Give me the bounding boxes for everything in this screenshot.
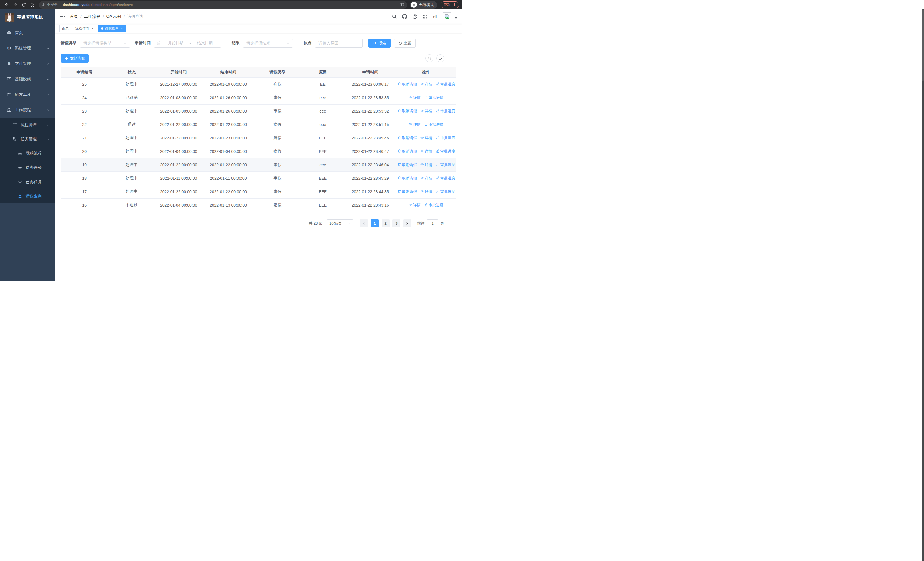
cell-reason: EE	[301, 77, 345, 91]
sidebar-item-leave-query[interactable]: 请假查询	[0, 189, 55, 203]
header-search-button[interactable]	[392, 14, 397, 19]
progress-action-link[interactable]: 审批进度	[436, 108, 455, 114]
gear-icon: ⚙	[6, 46, 12, 51]
detail-action-link[interactable]: 详情	[420, 82, 432, 87]
fullscreen-button[interactable]	[423, 14, 428, 19]
browser-home-button[interactable]	[28, 1, 36, 9]
reason-input[interactable]	[315, 39, 363, 48]
security-chip[interactable]: 不安全	[42, 2, 58, 7]
breadcrumb-item[interactable]: 工作流程	[84, 14, 100, 19]
close-icon[interactable]: ×	[90, 27, 94, 30]
detail-action-link[interactable]: 详情	[420, 135, 432, 141]
bookmark-star-button[interactable]	[400, 2, 404, 8]
cancel-action-link[interactable]: 取消请假	[398, 149, 417, 154]
action-label: 审批进度	[440, 82, 455, 87]
app-logo[interactable]: 芋道管理系统	[0, 9, 55, 25]
cell-reason: EEE	[301, 198, 345, 212]
page-button-2[interactable]: 2	[381, 220, 390, 227]
page-button-1[interactable]: 1	[370, 220, 379, 227]
cell-leave-type: 病假	[254, 118, 301, 131]
sidebar-item-label: 流程管理	[21, 122, 46, 127]
browser-back-button[interactable]	[3, 1, 10, 9]
detail-action-link[interactable]: 详情	[420, 162, 432, 167]
progress-action-link[interactable]: 审批进度	[436, 82, 455, 87]
leave-type-select[interactable]: 请选择请假类型	[80, 39, 130, 48]
breadcrumb-item[interactable]: OA 示例	[106, 14, 121, 19]
goto-page-input[interactable]	[427, 220, 438, 227]
sidebar-item-system-management[interactable]: ⚙系统管理	[0, 41, 55, 56]
progress-action-link[interactable]: 审批进度	[436, 135, 455, 141]
page-button-3[interactable]: 3	[392, 220, 400, 227]
next-page-button[interactable]	[403, 220, 411, 227]
avatar[interactable]	[442, 12, 451, 21]
detail-action-link[interactable]: 详情	[409, 95, 421, 100]
sidebar-item-done-tasks[interactable]: 已办任务	[0, 175, 55, 189]
browser-reload-button[interactable]	[20, 1, 27, 9]
prev-page-button[interactable]	[360, 220, 368, 227]
detail-action-link[interactable]: 详情	[409, 203, 421, 208]
help-button[interactable]	[412, 14, 417, 19]
detail-action-link[interactable]: 详情	[420, 189, 432, 194]
tab-首页[interactable]: 首页	[59, 25, 71, 32]
create-leave-button[interactable]: 发起请假	[61, 54, 89, 63]
tab-流程详情[interactable]: 流程详情×	[73, 25, 97, 32]
close-icon[interactable]: ×	[120, 27, 124, 30]
sidebar-item-process-management[interactable]: 流程管理	[0, 118, 55, 132]
cell-end-time: 2022-01-26 00:00:00	[202, 104, 254, 118]
progress-action-link[interactable]: 审批进度	[436, 176, 455, 181]
sidebar-item-todo-tasks[interactable]: 待办任务	[0, 161, 55, 175]
apply-time-daterange[interactable]: 开始日期 - 结束日期	[154, 39, 221, 48]
cancel-action-link[interactable]: 取消请假	[398, 189, 417, 194]
sidebar-item-my-process[interactable]: 我的流程	[0, 146, 55, 161]
address-bar[interactable]: 不安全 dashboard.yudao.iocoder.cn/bpm/oa/le…	[39, 1, 407, 9]
search-button[interactable]: 搜索	[368, 39, 391, 48]
detail-action-link[interactable]: 详情	[420, 108, 432, 114]
sidebar-collapse-button[interactable]	[60, 14, 65, 20]
page-size-select[interactable]: 10条/页	[327, 220, 353, 227]
cancel-action-link[interactable]: 取消请假	[398, 162, 417, 167]
font-size-button[interactable]: TT	[433, 14, 438, 19]
view-icon	[409, 122, 412, 127]
cancel-action-link[interactable]: 取消请假	[398, 82, 417, 87]
progress-action-link[interactable]: 审批进度	[424, 203, 444, 208]
column-header: 申请时间	[345, 67, 396, 77]
progress-action-link[interactable]: 审批进度	[424, 122, 444, 127]
toggle-search-button[interactable]	[426, 54, 434, 62]
cell-end-time: 2022-01-23 00:00:00	[202, 131, 254, 144]
sidebar-item-label: 任务管理	[21, 137, 46, 142]
tab-label: 首页	[62, 26, 69, 31]
sidebar-item-label: 请假查询	[26, 194, 55, 199]
browser-update-menu-button[interactable]: 更新 ⋮	[441, 2, 459, 8]
sidebar-item-infrastructure[interactable]: 基础设施	[0, 71, 55, 87]
sidebar-item-home[interactable]: 首页	[0, 25, 55, 41]
sidebar-item-workflow[interactable]: 工作流程	[0, 102, 55, 118]
breadcrumb-item[interactable]: 首页	[70, 14, 78, 19]
eye-closed-icon	[17, 180, 23, 184]
progress-action-link[interactable]: 审批进度	[436, 149, 455, 154]
cancel-action-link[interactable]: 取消请假	[398, 108, 417, 114]
refresh-table-button[interactable]	[436, 54, 444, 62]
result-select[interactable]: 请选择流结果	[243, 39, 293, 48]
cell-start-time: 2022-01-22 00:00:00	[155, 131, 202, 144]
progress-action-link[interactable]: 审批进度	[424, 95, 444, 100]
cancel-action-link[interactable]: 取消请假	[398, 176, 417, 181]
view-icon	[420, 149, 424, 154]
browser-forward-button[interactable]	[11, 1, 19, 9]
avatar-menu-caret[interactable]	[454, 17, 458, 20]
reset-button[interactable]: 重置	[394, 39, 416, 48]
detail-action-link[interactable]: 详情	[409, 122, 421, 127]
cell-apply-time: 2022-01-22 23:45:29	[345, 171, 396, 185]
cell-id: 25	[61, 77, 108, 91]
progress-action-link[interactable]: 审批进度	[436, 189, 455, 194]
progress-action-link[interactable]: 审批进度	[436, 162, 455, 167]
cell-end-time: 2022-01-22 00:00:00	[202, 158, 254, 171]
tab-请假查询[interactable]: 请假查询×	[99, 25, 126, 32]
detail-action-link[interactable]: 详情	[420, 176, 432, 181]
cancel-action-link[interactable]: 取消请假	[398, 135, 417, 141]
sidebar-item-dev-tools[interactable]: 研发工具	[0, 87, 55, 102]
sidebar-item-task-management[interactable]: 任务管理	[0, 132, 55, 146]
github-link-button[interactable]	[402, 14, 407, 19]
sidebar-item-payment-management[interactable]: ¥支付管理	[0, 56, 55, 71]
edit-icon	[424, 122, 428, 127]
detail-action-link[interactable]: 详情	[420, 149, 432, 154]
